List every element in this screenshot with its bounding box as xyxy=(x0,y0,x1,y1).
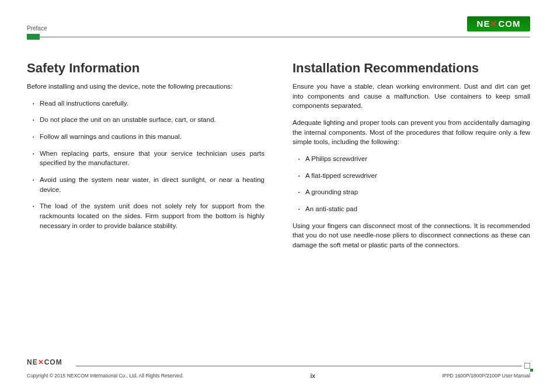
page-number: ix xyxy=(311,373,315,379)
list-item: Avoid using the system near water, in di… xyxy=(33,175,264,194)
footer-divider xyxy=(27,363,530,369)
copyright-text: Copyright © 2015 NEXCOM International Co… xyxy=(27,373,183,379)
list-item: An anti-static pad xyxy=(298,204,530,214)
corner-mark-icon xyxy=(524,363,530,369)
header-divider xyxy=(27,34,530,40)
brand-logo-text: NE✕COM xyxy=(477,19,521,29)
section-label: Preface xyxy=(27,25,47,32)
list-item: Read all instructions carefully. xyxy=(33,99,264,108)
accent-tab xyxy=(27,34,40,40)
tools-list: A Philips screwdriver A flat-tipped scre… xyxy=(293,154,530,214)
list-item: A flat-tipped screwdriver xyxy=(298,171,530,181)
install-para-2: Adequate lighting and proper tools can p… xyxy=(293,118,530,147)
left-column: Safety Information Before installing and… xyxy=(27,61,264,257)
list-item: A Philips screwdriver xyxy=(298,154,530,164)
page-header: Preface NE✕COM xyxy=(27,14,530,32)
install-para-3: Using your fingers can disconnect most o… xyxy=(293,221,530,250)
list-item: Follow all warnings and cautions in this… xyxy=(33,132,264,142)
right-column: Installation Recommendations Ensure you … xyxy=(293,61,530,257)
list-item: The load of the system unit does not sol… xyxy=(33,201,264,230)
brand-logo: NE✕COM xyxy=(467,16,530,32)
heading-safety: Safety Information xyxy=(27,61,264,76)
list-item: When replacing parts, ensure that your s… xyxy=(33,149,264,168)
page-footer: Copyright © 2015 NEXCOM International Co… xyxy=(27,373,530,379)
list-item: Do not place the unit on an unstable sur… xyxy=(33,115,264,125)
content-area: Safety Information Before installing and… xyxy=(27,61,530,257)
heading-installation: Installation Recommendations xyxy=(293,61,530,76)
install-para-1: Ensure you have a stable, clean working … xyxy=(293,82,530,111)
divider-line xyxy=(40,37,530,37)
document-reference: IPPD 1600P/1800P/2100P User Manual xyxy=(442,373,530,379)
safety-list: Read all instructions carefully. Do not … xyxy=(27,99,264,231)
safety-intro: Before installing and using the device, … xyxy=(27,82,264,92)
list-item: A grounding strap xyxy=(298,187,530,197)
divider-line xyxy=(76,366,522,366)
